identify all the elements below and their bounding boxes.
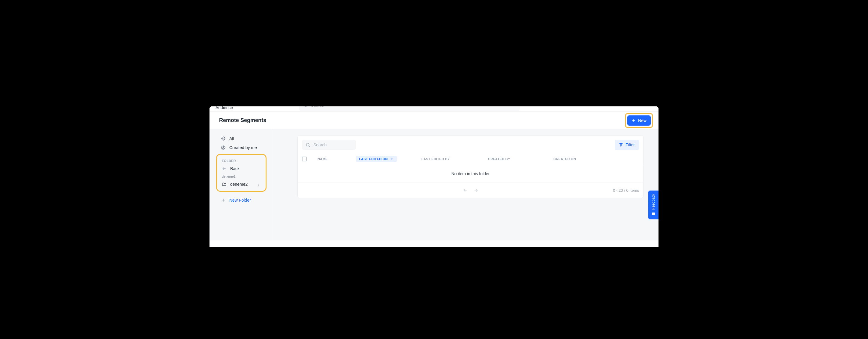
global-search-placeholder: Search	[311, 106, 324, 108]
caret-down-icon	[390, 157, 394, 161]
new-button-label: New	[638, 118, 647, 123]
folder-heading: FOLDER	[217, 157, 266, 164]
content-card: Search Filter NAME	[298, 135, 644, 198]
global-search-input[interactable]: Search	[299, 106, 520, 111]
new-folder-button[interactable]: New Folder	[210, 194, 272, 205]
previous-page-icon[interactable]	[463, 188, 468, 193]
column-header-created-by[interactable]: CREATED BY	[488, 157, 554, 161]
plus-icon	[631, 118, 636, 123]
sidebar: All Created by me FOLDER Back deneme1	[210, 129, 272, 241]
svg-rect-22	[652, 213, 655, 215]
svg-line-1	[306, 106, 307, 107]
pagination: 0 - 20 / 0 Items	[298, 182, 643, 198]
folder-icon	[222, 182, 227, 187]
empty-state-message: No item in this folder	[298, 165, 643, 182]
feedback-button[interactable]: Feedback	[648, 191, 658, 219]
next-page-icon[interactable]	[474, 188, 478, 193]
page-title: Remote Segments	[219, 117, 266, 123]
feedback-label: Feedback	[651, 194, 655, 210]
table-search-input[interactable]: Search	[302, 140, 356, 150]
sidebar-item-label: Created by me	[229, 145, 257, 150]
svg-point-11	[223, 146, 224, 147]
target-icon	[221, 136, 226, 141]
filter-button-label: Filter	[625, 142, 635, 147]
filter-icon	[619, 143, 623, 147]
breadcrumb[interactable]: Audience	[216, 106, 233, 110]
arrow-left-icon	[222, 166, 227, 171]
page-header: Remote Segments New	[210, 112, 658, 129]
folder-section-highlight: FOLDER Back deneme1 deneme2	[216, 154, 267, 192]
svg-point-15	[258, 185, 259, 186]
sidebar-item-label: All	[229, 136, 234, 141]
svg-point-5	[223, 138, 224, 139]
column-header-name[interactable]: NAME	[317, 157, 356, 161]
sidebar-item-all[interactable]: All	[210, 134, 272, 143]
svg-point-18	[306, 143, 309, 146]
column-header-last-edited-on[interactable]: LAST EDITED ON	[356, 156, 397, 162]
filter-button[interactable]: Filter	[615, 140, 639, 150]
folder-back-button[interactable]: Back	[217, 164, 266, 173]
sidebar-item-created-by-me[interactable]: Created by me	[210, 143, 272, 152]
column-header-label: LAST EDITED ON	[359, 157, 388, 161]
main-content: Search Filter NAME	[272, 129, 658, 241]
svg-point-13	[258, 183, 259, 183]
table-header: NAME LAST EDITED ON LAST EDITED BY CREAT…	[298, 153, 643, 165]
pagination-count: 0 - 20 / 0 Items	[613, 188, 639, 193]
folder-item-label: deneme2	[230, 182, 248, 187]
folder-back-label: Back	[230, 166, 240, 171]
more-vertical-icon[interactable]	[257, 182, 261, 186]
svg-point-4	[222, 137, 225, 140]
svg-point-14	[258, 184, 259, 185]
search-icon	[306, 142, 310, 147]
column-header-last-edited-by[interactable]: LAST EDITED BY	[422, 157, 488, 161]
user-icon	[221, 145, 226, 150]
folder-breadcrumb[interactable]: deneme1	[217, 173, 266, 180]
new-folder-label: New Folder	[229, 198, 251, 203]
svg-line-19	[309, 146, 310, 147]
chat-icon	[651, 212, 655, 216]
topbar: Audience Search	[210, 106, 658, 112]
search-icon	[303, 106, 308, 108]
plus-icon	[221, 198, 226, 203]
select-all-checkbox[interactable]	[302, 157, 307, 161]
new-button[interactable]: New	[627, 115, 651, 125]
table-search-placeholder: Search	[313, 142, 327, 147]
new-button-highlight: New	[625, 113, 653, 128]
column-header-created-on[interactable]: CREATED ON	[554, 157, 639, 161]
folder-item[interactable]: deneme2	[217, 180, 266, 189]
